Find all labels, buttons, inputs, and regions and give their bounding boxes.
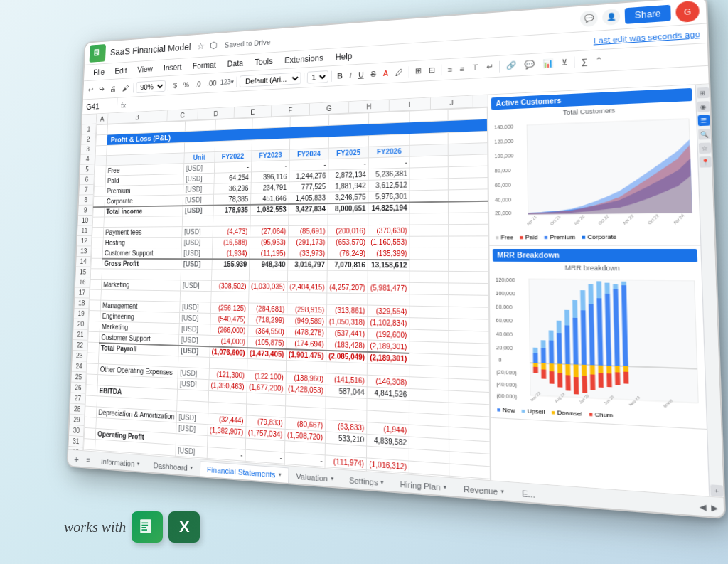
col-g-header[interactable]: G <box>310 102 349 115</box>
font-size-select[interactable]: 10 <box>307 70 328 84</box>
tab-valuation[interactable]: Valuation ▾ <box>289 467 341 488</box>
drive-icon[interactable]: ⬡ <box>210 39 218 50</box>
italic-button[interactable]: I <box>347 69 355 80</box>
col-a-header[interactable]: A <box>97 114 109 124</box>
sidebar-icon-2[interactable]: ◉ <box>697 101 709 112</box>
col-i-header[interactable]: I <box>390 97 431 110</box>
row-7: 7 <box>79 185 93 196</box>
last-edit-text[interactable]: Last edit was seconds ago <box>594 29 700 45</box>
svg-rect-76 <box>606 373 611 387</box>
menu-data[interactable]: Data <box>222 57 248 70</box>
sidebar-icon-plus[interactable]: + <box>710 484 723 497</box>
paint-format-button[interactable]: 🖌 <box>119 83 131 93</box>
share-button[interactable]: Share <box>625 4 671 23</box>
row-9: 9 <box>78 206 92 216</box>
svg-rect-43 <box>533 348 538 353</box>
row-28: 28 <box>70 404 85 415</box>
sidebar-icon-6[interactable]: 📍 <box>699 156 712 168</box>
menu-file[interactable]: File <box>89 65 109 78</box>
align-center[interactable]: ≡ <box>456 63 467 75</box>
function-button[interactable]: ∑ <box>578 55 591 68</box>
col-e-header[interactable]: E <box>235 105 272 117</box>
tab-settings[interactable]: Settings ▾ <box>341 471 392 491</box>
sidebar-icon-4[interactable]: 🔍 <box>698 129 710 140</box>
col-d-header[interactable]: D <box>198 107 234 119</box>
svg-rect-58 <box>557 364 562 373</box>
tab-scroll-left[interactable]: ◀ <box>697 500 709 514</box>
row-10: 10 <box>77 216 92 226</box>
decimal-decrease[interactable]: .0 <box>193 78 203 89</box>
svg-rect-65 <box>615 366 620 372</box>
svg-text:Oct 21: Oct 21 <box>549 214 562 226</box>
col-h-header[interactable]: H <box>349 100 390 112</box>
works-with-text: works with <box>64 519 126 536</box>
sidebar-icon-1[interactable]: ⊞ <box>697 87 709 99</box>
col-f-header[interactable]: F <box>272 104 310 117</box>
svg-rect-62 <box>590 365 595 375</box>
highlight-button[interactable]: 🖊 <box>392 66 406 78</box>
col-c-header[interactable]: C <box>167 109 198 121</box>
insert-link[interactable]: 🔗 <box>503 59 520 72</box>
font-select[interactable]: Default (Ari... <box>240 72 301 87</box>
merge-cells-button[interactable]: ⊞ <box>412 65 424 78</box>
underline-button[interactable]: U <box>355 68 367 80</box>
tab-valuation-label: Valuation <box>296 472 328 483</box>
insert-comment[interactable]: 💬 <box>521 58 538 70</box>
menu-extensions[interactable]: Extensions <box>279 51 329 66</box>
menu-tools[interactable]: Tools <box>250 55 278 68</box>
cell-name-box[interactable]: G41 <box>82 98 117 115</box>
insert-chart[interactable]: 📊 <box>540 57 557 70</box>
strikethrough-button[interactable]: S <box>368 68 379 79</box>
col-j-header[interactable]: J <box>431 96 473 110</box>
wrap-button[interactable]: ↵ <box>483 60 496 73</box>
svg-rect-73 <box>582 376 587 393</box>
text-color-button[interactable]: A <box>380 67 392 78</box>
valign-button[interactable]: ⊤ <box>469 61 482 74</box>
expand-button[interactable]: ⌃ <box>592 54 606 68</box>
add-sheet-button[interactable]: + <box>70 452 82 466</box>
row-11: 11 <box>77 225 92 236</box>
row-3: 3 <box>81 144 95 155</box>
svg-rect-75 <box>599 373 604 388</box>
borders-button[interactable]: ⊟ <box>426 64 438 77</box>
row-30: 30 <box>69 425 84 437</box>
account-icon[interactable]: 👤 <box>602 8 620 25</box>
tab-revenue[interactable]: Revenue ▾ <box>455 479 513 501</box>
menu-edit[interactable]: Edit <box>110 64 132 77</box>
filter-button[interactable]: ⊻ <box>558 56 571 69</box>
sidebar-icon-5[interactable]: ☆ <box>698 142 710 154</box>
menu-view[interactable]: View <box>132 63 157 75</box>
svg-rect-47 <box>564 310 569 326</box>
star-icon[interactable]: ☆ <box>197 41 205 51</box>
row-15: 15 <box>75 267 90 277</box>
sidebar-icon-3[interactable]: ☰ <box>697 115 710 126</box>
svg-rect-66 <box>623 366 628 372</box>
menu-help[interactable]: Help <box>330 49 358 63</box>
tab-dashboard-label: Dashboard <box>153 461 187 472</box>
print-button[interactable]: 🖨 <box>107 83 119 94</box>
sep9 <box>574 56 574 68</box>
legend-new: ■ New <box>497 406 515 414</box>
tab-dashboard[interactable]: Dashboard ▾ <box>146 457 200 476</box>
tab-scroll-right[interactable]: ▶ <box>709 501 720 515</box>
tab-hiring-plan[interactable]: Hiring Plan ▾ <box>392 475 455 497</box>
sep7 <box>441 64 441 75</box>
currency-button[interactable]: $ <box>171 80 179 90</box>
menu-format[interactable]: Format <box>188 58 221 72</box>
undo-button[interactable]: ↩ <box>85 84 95 95</box>
align-left[interactable]: ≡ <box>445 63 456 75</box>
zoom-select[interactable]: 90% <box>136 80 166 92</box>
bold-button[interactable]: B <box>334 70 345 81</box>
tab-more[interactable]: E... <box>513 484 544 504</box>
chat-icon[interactable]: 💬 <box>580 10 598 27</box>
avatar[interactable]: G <box>675 0 700 23</box>
redo-button[interactable]: ↪ <box>97 84 107 95</box>
tab-information[interactable]: Information ▾ <box>94 453 146 472</box>
menu-insert[interactable]: Insert <box>159 60 187 74</box>
active-customers-chart: Active Customers Total Customers 140,000… <box>488 85 701 245</box>
decimal-increase[interactable]: .00 <box>205 78 220 89</box>
sheet-list-button[interactable]: ≡ <box>82 453 95 467</box>
svg-rect-50 <box>588 284 593 304</box>
percent-button[interactable]: % <box>181 79 192 90</box>
chart-legend: ■ Free ■ Paid ■ Premium ■ Corporate <box>493 232 697 243</box>
